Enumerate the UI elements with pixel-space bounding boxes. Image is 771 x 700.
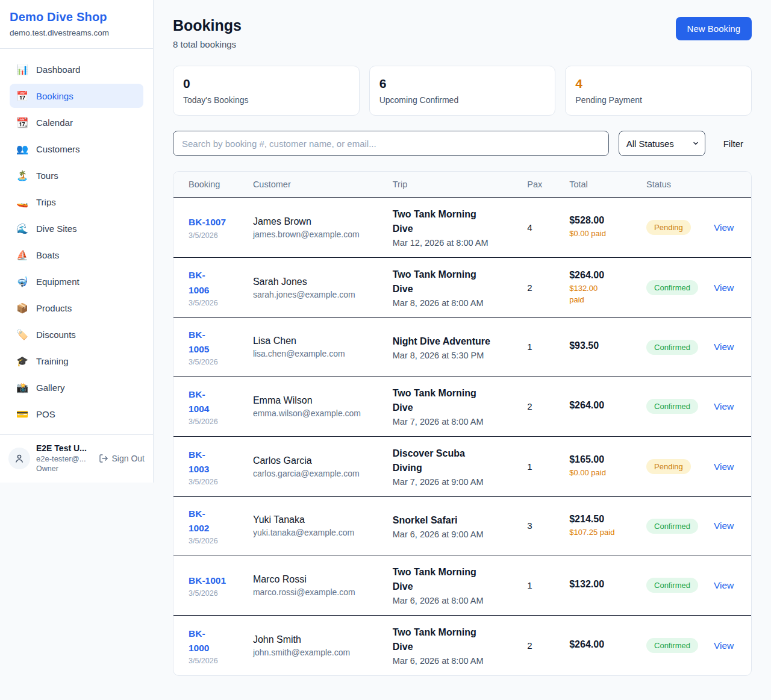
user-name: E2E Test U... <box>36 443 93 453</box>
pax-count: 1 <box>527 461 532 472</box>
booking-id-link[interactable]: BK-1001 <box>189 573 226 588</box>
booking-id-link[interactable]: BK- 1002 <box>189 507 209 536</box>
booking-date: 3/5/2026 <box>189 417 239 426</box>
filter-button[interactable]: Filter <box>715 139 752 149</box>
sidebar-item-label: Equipment <box>36 277 80 287</box>
trip-datetime: Mar 6, 2026 at 8:00 AM <box>393 656 513 666</box>
customer-name: Marco Rossi <box>253 574 378 585</box>
booking-id-link[interactable]: BK- 1003 <box>189 448 209 477</box>
user-footer: E2E Test U... e2e-tester@... Owner Sign … <box>0 434 153 483</box>
trip-datetime: Mar 6, 2026 at 8:00 AM <box>393 596 513 605</box>
col-trip: Trip <box>386 172 520 198</box>
booking-id-link[interactable]: BK- 1004 <box>189 387 209 416</box>
customer-name: Yuki Tanaka <box>253 514 378 525</box>
status-badge: Pending <box>646 220 691 235</box>
sidebar-item-discounts[interactable]: 🏷️ Discounts <box>10 322 143 346</box>
customers-icon: 👥 <box>16 143 28 155</box>
trip-name: Two Tank Morning Dive <box>393 267 513 296</box>
booking-date: 3/5/2026 <box>189 358 239 366</box>
customer-email: john.smith@example.com <box>253 648 378 657</box>
view-link[interactable]: View <box>714 222 734 233</box>
stat-value: 4 <box>575 77 741 91</box>
pax-count: 4 <box>527 222 532 233</box>
view-link[interactable]: View <box>714 580 734 590</box>
shop-name[interactable]: Demo Dive Shop <box>10 10 143 24</box>
pos-icon: 💳 <box>16 408 28 420</box>
view-link[interactable]: View <box>714 283 734 293</box>
trip-datetime: Mar 7, 2026 at 9:00 AM <box>393 477 513 487</box>
table-row: BK-1007 3/5/2026 James Brown james.brown… <box>173 198 751 258</box>
sidebar-item-tours[interactable]: 🏝️ Tours <box>10 163 143 187</box>
booking-id-link[interactable]: BK- 1005 <box>189 328 209 357</box>
booking-date: 3/5/2026 <box>189 657 239 665</box>
sidebar-item-label: Products <box>36 303 72 313</box>
sidebar-item-products[interactable]: 📦 Products <box>10 296 143 320</box>
trip-datetime: Mar 7, 2026 at 8:00 AM <box>393 417 513 427</box>
sidebar-item-equipment[interactable]: 🤿 Equipment <box>10 269 143 293</box>
sidebar-item-gallery[interactable]: 📸 Gallery <box>10 375 143 399</box>
stat-label: Today's Bookings <box>183 95 349 105</box>
trip-datetime: Mar 8, 2026 at 8:00 AM <box>393 298 513 308</box>
trip-name: Two Tank Morning Dive <box>393 565 513 594</box>
sidebar-item-boats[interactable]: ⛵ Boats <box>10 243 143 267</box>
pax-count: 3 <box>527 520 532 531</box>
trip-name: Two Tank Morning Dive <box>393 207 513 236</box>
total-amount: $264.00 <box>569 400 632 411</box>
new-booking-button[interactable]: New Booking <box>676 17 752 40</box>
col-status: Status <box>639 172 707 198</box>
trip-datetime: Mar 6, 2026 at 9:00 AM <box>393 530 513 539</box>
sidebar-item-calendar[interactable]: 📆 Calendar <box>10 110 143 134</box>
view-link[interactable]: View <box>714 640 734 651</box>
sidebar-item-label: Dashboard <box>36 64 80 75</box>
sign-out-button[interactable]: Sign Out <box>99 454 145 463</box>
gallery-icon: 📸 <box>16 382 28 393</box>
sidebar-item-dive-sites[interactable]: 🌊 Dive Sites <box>10 216 143 240</box>
table-row: BK- 1003 3/5/2026 Carlos Garcia carlos.g… <box>173 437 751 497</box>
logout-icon <box>99 454 108 463</box>
status-badge: Confirmed <box>646 280 698 295</box>
sidebar-item-bookings[interactable]: 📅 Bookings <box>10 84 143 108</box>
status-badge: Confirmed <box>646 519 698 534</box>
sidebar-item-customers[interactable]: 👥 Customers <box>10 137 143 161</box>
status-select[interactable]: All Statuses <box>619 131 705 156</box>
pax-count: 2 <box>527 401 532 411</box>
total-amount: $264.00 <box>569 639 632 650</box>
booking-date: 3/5/2026 <box>189 299 239 307</box>
total-bookings-count: 8 total bookings <box>173 39 242 49</box>
booking-id-link[interactable]: BK-1007 <box>189 215 226 230</box>
customer-name: Sarah Jones <box>253 277 378 287</box>
col-actions <box>707 172 751 198</box>
col-pax: Pax <box>520 172 562 198</box>
customer-email: sarah.jones@example.com <box>253 290 378 299</box>
total-amount: $93.50 <box>569 340 632 351</box>
sidebar-item-training[interactable]: 🎓 Training <box>10 349 143 373</box>
view-link[interactable]: View <box>714 461 734 472</box>
sidebar-item-dashboard[interactable]: 📊 Dashboard <box>10 57 143 81</box>
search-input[interactable] <box>173 131 609 156</box>
filter-row: All Statuses Filter <box>173 131 752 156</box>
pax-count: 1 <box>527 342 532 352</box>
sidebar-item-pos[interactable]: 💳 POS <box>10 402 143 426</box>
col-booking: Booking <box>173 172 246 198</box>
total-amount: $264.00 <box>569 270 632 281</box>
view-link[interactable]: View <box>714 342 734 352</box>
status-badge: Confirmed <box>646 399 698 414</box>
table-row: BK- 1004 3/5/2026 Emma Wilson emma.wilso… <box>173 377 751 437</box>
customer-name: Lisa Chen <box>253 336 378 346</box>
view-link[interactable]: View <box>714 520 734 531</box>
booking-id-link[interactable]: BK- 1000 <box>189 627 209 655</box>
sidebar-item-trips[interactable]: 🚤 Trips <box>10 190 143 214</box>
status-badge: Confirmed <box>646 340 698 355</box>
stat-value: 6 <box>379 77 546 91</box>
trip-name: Two Tank Morning Dive <box>393 386 513 415</box>
sidebar-item-label: Training <box>36 356 69 366</box>
paid-amount: $132.00 paid <box>569 283 632 306</box>
sidebar-item-label: POS <box>36 409 55 419</box>
trip-name: Snorkel Safari <box>393 513 513 528</box>
view-link[interactable]: View <box>714 401 734 411</box>
status-badge: Pending <box>646 459 691 474</box>
sidebar-item-label: Boats <box>36 250 59 260</box>
booking-id-link[interactable]: BK- 1006 <box>189 268 209 297</box>
table-header-row: Booking Customer Trip Pax Total Status <box>173 172 751 198</box>
stat-todays-bookings: 0 Today's Bookings <box>173 66 360 116</box>
